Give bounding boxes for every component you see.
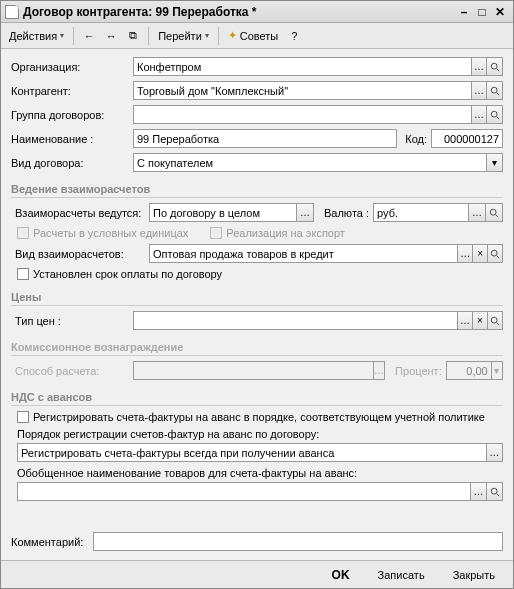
price-type-clear-button[interactable]: × xyxy=(472,311,488,330)
save-button[interactable]: Записать xyxy=(368,565,435,585)
svg-line-13 xyxy=(496,493,499,496)
price-type-search-button[interactable] xyxy=(487,311,503,330)
svg-line-9 xyxy=(497,255,500,257)
comm-method-input xyxy=(133,361,374,380)
section-commission-title: Комиссионное вознаграждение xyxy=(11,341,503,353)
settl-type-input[interactable] xyxy=(149,244,458,263)
price-type-input[interactable] xyxy=(133,311,458,330)
svg-point-2 xyxy=(491,87,497,93)
settl-type-select-button[interactable]: … xyxy=(457,244,473,263)
svg-point-8 xyxy=(491,250,497,256)
document-icon xyxy=(5,5,19,19)
group-search-button[interactable] xyxy=(486,105,503,124)
type-dropdown-button[interactable]: ▾ xyxy=(486,153,503,172)
svg-line-1 xyxy=(496,68,499,71)
section-prices-title: Цены xyxy=(11,291,503,303)
general-name-search-button[interactable] xyxy=(486,482,503,501)
currency-label: Валюта : xyxy=(324,207,369,219)
currency-input[interactable] xyxy=(373,203,469,222)
group-select-button[interactable]: … xyxy=(471,105,488,124)
svg-line-7 xyxy=(496,214,499,217)
org-label: Организация: xyxy=(11,61,133,73)
currency-search-button[interactable] xyxy=(485,203,503,222)
copy-button[interactable]: ⧉ xyxy=(123,26,143,46)
chk-conditional-units: Расчеты в условных единицах xyxy=(17,227,188,239)
comment-input[interactable] xyxy=(93,532,503,551)
svg-line-5 xyxy=(496,116,499,119)
comm-method-select-button: … xyxy=(373,361,385,380)
general-name-label: Обобщенное наименование товаров для счет… xyxy=(11,467,503,479)
contr-select-button[interactable]: … xyxy=(471,81,488,100)
order-input[interactable] xyxy=(17,443,487,462)
copy-icon: ⧉ xyxy=(129,29,137,42)
checkbox-icon xyxy=(17,411,29,423)
refresh-button[interactable]: ↔ xyxy=(101,26,121,46)
contr-label: Контрагент: xyxy=(11,85,133,97)
type-label: Вид договора: xyxy=(11,157,133,169)
code-input[interactable] xyxy=(431,129,503,148)
settl-type-clear-button[interactable]: × xyxy=(472,244,488,263)
checkbox-icon xyxy=(17,227,29,239)
close-button[interactable]: Закрыть xyxy=(443,565,505,585)
close-window-button[interactable]: ✕ xyxy=(491,4,509,20)
price-type-select-button[interactable]: … xyxy=(457,311,473,330)
ok-button[interactable]: OK xyxy=(322,565,360,585)
svg-point-4 xyxy=(491,111,497,117)
help-icon: ? xyxy=(291,30,297,42)
svg-point-6 xyxy=(490,209,496,215)
code-label: Код: xyxy=(405,133,427,145)
svg-point-12 xyxy=(491,488,497,494)
org-select-button[interactable]: … xyxy=(471,57,488,76)
chk-payment-term[interactable]: Установлен срок оплаты по договору xyxy=(17,268,222,280)
group-label: Группа договоров: xyxy=(11,109,133,121)
org-search-button[interactable] xyxy=(486,57,503,76)
help-button[interactable]: ? xyxy=(284,26,304,46)
comm-method-label: Способ расчета: xyxy=(11,365,133,377)
order-label: Порядок регистрации счетов-фактур на ава… xyxy=(11,428,503,440)
general-name-input[interactable] xyxy=(17,482,471,501)
order-select-button[interactable]: … xyxy=(486,443,503,462)
refresh-icon: ↔ xyxy=(106,30,117,42)
settl-select-button[interactable]: … xyxy=(296,203,314,222)
percent-label: Процент: xyxy=(395,365,442,377)
currency-select-button[interactable]: … xyxy=(468,203,486,222)
checkbox-icon xyxy=(17,268,29,280)
svg-line-3 xyxy=(496,92,499,95)
maximize-button[interactable]: □ xyxy=(473,4,491,20)
arrow-left-icon: ← xyxy=(84,30,95,42)
general-name-select-button[interactable]: … xyxy=(470,482,487,501)
group-input[interactable] xyxy=(133,105,472,124)
name-input[interactable] xyxy=(133,129,397,148)
tips-button[interactable]: ✦Советы xyxy=(224,26,282,46)
contr-search-button[interactable] xyxy=(486,81,503,100)
contr-input[interactable] xyxy=(133,81,472,100)
window-title: Договор контрагента: 99 Переработка * xyxy=(23,5,455,19)
name-label: Наименование : xyxy=(11,133,133,145)
minimize-button[interactable]: – xyxy=(455,4,473,20)
org-input[interactable] xyxy=(133,57,472,76)
chk-export: Реализация на экспорт xyxy=(210,227,345,239)
type-input[interactable] xyxy=(133,153,487,172)
chk-register-invoices[interactable]: Регистрировать счета-фактуры на аванс в … xyxy=(17,411,485,423)
section-settlements-title: Ведение взаиморасчетов xyxy=(11,183,503,195)
lightbulb-icon: ✦ xyxy=(228,29,237,42)
settl-type-label: Вид взаиморасчетов: xyxy=(11,248,149,260)
price-type-label: Тип цен : xyxy=(11,315,133,327)
section-vat-title: НДС с авансов xyxy=(11,391,503,403)
actions-menu[interactable]: Действия xyxy=(5,26,68,46)
settl-type-search-button[interactable] xyxy=(487,244,503,263)
goto-menu[interactable]: Перейти xyxy=(154,26,213,46)
svg-point-0 xyxy=(491,63,497,69)
svg-point-10 xyxy=(491,317,497,323)
svg-line-11 xyxy=(497,322,500,325)
checkbox-icon xyxy=(210,227,222,239)
percent-input xyxy=(446,361,492,380)
back-button[interactable]: ← xyxy=(79,26,99,46)
settl-label: Взаиморасчеты ведутся: xyxy=(11,207,149,219)
settl-input[interactable] xyxy=(149,203,297,222)
comment-label: Комментарий: xyxy=(11,536,93,548)
percent-stepper-button: ▾ xyxy=(491,361,503,380)
